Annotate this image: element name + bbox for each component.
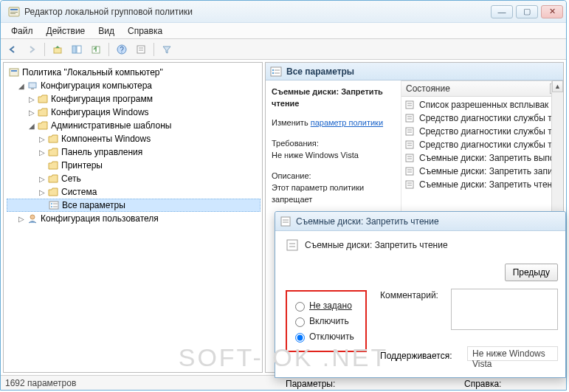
tree-network[interactable]: ▷ Сеть	[7, 172, 261, 185]
toolbar-show-hide-tree-icon[interactable]	[68, 41, 86, 58]
collapse-icon[interactable]: ◢	[27, 122, 36, 130]
minimize-button[interactable]: —	[491, 5, 513, 18]
toolbar-export-icon[interactable]	[87, 41, 105, 58]
tree-programs-config[interactable]: ▷ Конфигурация программ	[7, 92, 261, 106]
svg-rect-31	[406, 114, 413, 122]
list-item[interactable]: Средство диагностики службы т	[401, 125, 563, 138]
folder-icon	[47, 159, 59, 171]
dialog-title-bar: Съемные диски: Запретить чтение	[275, 212, 565, 231]
toolbar-help-icon[interactable]: ?	[113, 41, 131, 58]
tree-printers[interactable]: Принтеры	[7, 159, 261, 172]
list-item[interactable]: Съемные диски: Запретить запи	[401, 165, 563, 178]
supported-label: Поддерживается:	[380, 351, 452, 361]
column-state-header[interactable]: Состояние ▾	[401, 80, 563, 97]
menu-view[interactable]: Вид	[92, 24, 120, 38]
tree-label: Принтеры	[61, 160, 103, 171]
expand-icon[interactable]: ▷	[38, 135, 46, 143]
tree-pane: Политика "Локальный компьютер" ◢ Конфигу…	[3, 62, 263, 373]
expand-icon[interactable]: ▷	[38, 148, 46, 157]
settings-rows: Список разрешенных всплывак Средство диа…	[401, 97, 563, 193]
policy-item-icon	[404, 153, 416, 163]
edit-policy-link[interactable]: параметр политики	[311, 118, 383, 127]
settings-list-icon	[48, 199, 60, 211]
menu-file[interactable]: Файл	[5, 24, 39, 38]
status-text: 1692 параметров	[5, 378, 76, 388]
edit-label: Изменить	[272, 118, 308, 127]
toolbar-up-icon[interactable]	[49, 41, 66, 58]
svg-rect-4	[54, 48, 61, 53]
toolbar: ?	[1, 39, 566, 60]
tree-admin-templates[interactable]: ◢ Административные шаблоны	[7, 119, 261, 132]
scroll-up-icon[interactable]: ▲	[552, 80, 563, 92]
column-label: Состояние	[406, 83, 450, 94]
toolbar-filter-icon[interactable]	[158, 41, 176, 58]
folder-icon	[47, 133, 59, 145]
svg-rect-49	[281, 217, 290, 226]
svg-point-18	[51, 203, 52, 204]
tree-computer-config[interactable]: ◢ Конфигурация компьютера	[7, 79, 261, 92]
folder-icon	[47, 173, 59, 185]
policy-item-icon	[280, 216, 292, 227]
expand-icon[interactable]: ▷	[38, 188, 46, 196]
radio-input[interactable]	[295, 317, 305, 327]
previous-button[interactable]: Предыду	[505, 264, 558, 281]
tree-label: Все параметры	[62, 200, 125, 210]
collapse-icon[interactable]: ◢	[17, 82, 26, 90]
expand-icon[interactable]: ▷	[38, 175, 46, 183]
svg-point-24	[272, 69, 274, 70]
close-button[interactable]: ✕	[541, 5, 563, 18]
radio-not-configured[interactable]: Не задано	[292, 300, 361, 312]
svg-text:?: ?	[120, 46, 124, 54]
expand-icon[interactable]: ▷	[27, 109, 36, 117]
svg-point-25	[272, 72, 274, 73]
list-item[interactable]: Средство диагностики службы т	[401, 111, 563, 125]
tree-windows-config[interactable]: ▷ Конфигурация Windows	[7, 106, 261, 119]
nav-back-button[interactable]	[4, 41, 21, 58]
svg-rect-6	[77, 46, 81, 53]
tree-system[interactable]: ▷ Система	[7, 185, 261, 199]
folder-icon	[47, 146, 59, 158]
svg-point-22	[30, 215, 35, 219]
list-item[interactable]: Список разрешенных всплывак	[401, 98, 563, 111]
params-label: Параметры:	[286, 379, 335, 389]
comment-label: Комментарий:	[380, 290, 438, 300]
maximize-button[interactable]: ▢	[516, 5, 538, 18]
policy-item-icon	[404, 179, 416, 190]
nav-forward-button[interactable]	[23, 41, 41, 58]
tree-label: Панель управления	[61, 147, 142, 157]
tree-all-settings[interactable]: Все параметры	[7, 199, 261, 212]
dialog-title: Съемные диски: Запретить чтение	[296, 216, 439, 227]
svg-rect-43	[406, 168, 413, 175]
settings-list-icon	[270, 66, 282, 78]
svg-rect-23	[271, 67, 281, 76]
description-text: Этот параметр политики запрещает	[272, 182, 395, 206]
radio-input[interactable]	[295, 333, 305, 343]
tree-user-config[interactable]: ▷ Конфигурация пользователя	[7, 212, 261, 225]
tree-root[interactable]: Политика "Локальный компьютер"	[7, 66, 261, 79]
policy-item-icon	[404, 166, 416, 176]
policy-dialog: Съемные диски: Запретить чтение Съемные …	[275, 211, 566, 378]
comment-textarea[interactable]	[451, 289, 558, 330]
list-item[interactable]: Средство диагностики службы т	[401, 138, 563, 151]
menu-action[interactable]: Действие	[41, 24, 92, 38]
list-item[interactable]: Съемные диски: Запретить чтен	[401, 178, 563, 191]
help-label: Справка:	[464, 379, 501, 389]
tree-windows-components[interactable]: ▷ Компоненты Windows	[7, 132, 261, 145]
svg-rect-16	[31, 89, 34, 89]
toolbar-properties-icon[interactable]	[132, 41, 150, 58]
svg-rect-3	[10, 13, 15, 14]
svg-rect-46	[406, 181, 413, 188]
radio-enable[interactable]: Включить	[292, 315, 361, 327]
radio-disable[interactable]: Отключить	[292, 331, 361, 343]
svg-rect-1	[10, 9, 18, 10]
expand-icon[interactable]: ▷	[27, 95, 36, 103]
svg-rect-15	[29, 83, 36, 88]
folder-icon	[37, 93, 49, 105]
tree-label: Административные шаблоны	[51, 120, 171, 131]
menu-help[interactable]: Справка	[122, 24, 168, 38]
radio-input[interactable]	[295, 302, 305, 312]
svg-rect-17	[49, 202, 58, 209]
expand-icon[interactable]: ▷	[17, 215, 26, 223]
tree-control-panel[interactable]: ▷ Панель управления	[7, 145, 261, 159]
list-item[interactable]: Съемные диски: Запретить выпо	[401, 151, 563, 165]
